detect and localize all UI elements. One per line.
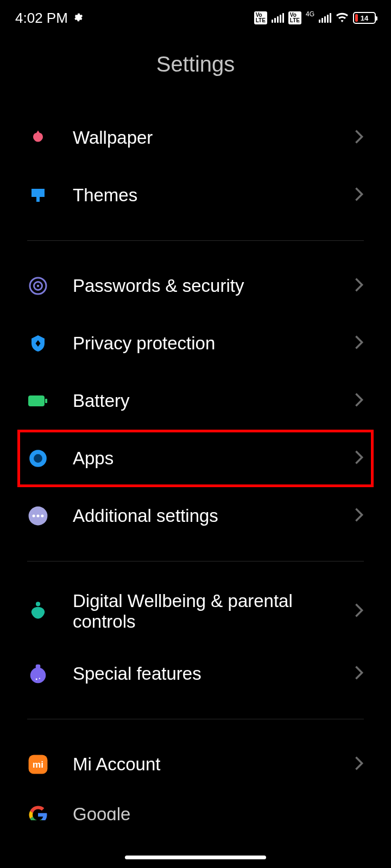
themes-icon <box>27 184 49 206</box>
status-right: VoLTE VoLTE 4G 14 <box>254 10 376 25</box>
item-label: Additional settings <box>73 506 354 526</box>
signal-icon <box>319 13 331 23</box>
settings-list: Wallpaper Themes Passwords & security Pr… <box>0 109 391 820</box>
chevron-right-icon <box>354 756 364 773</box>
settings-item-wellbeing[interactable]: Digital Wellbeing & parental controls <box>0 578 391 645</box>
settings-item-wallpaper[interactable]: Wallpaper <box>0 109 391 167</box>
battery-level: 14 <box>361 14 368 22</box>
apps-icon <box>27 448 49 469</box>
item-label: Themes <box>73 185 354 206</box>
status-left: 4:02 PM <box>15 10 83 27</box>
gear-icon <box>72 10 83 27</box>
item-label: Digital Wellbeing & parental controls <box>73 591 354 632</box>
svg-point-13 <box>39 678 40 679</box>
special-icon <box>27 663 49 685</box>
passwords-icon <box>27 275 49 297</box>
signal-icon <box>272 13 284 23</box>
chevron-right-icon <box>354 129 364 146</box>
privacy-icon <box>27 333 49 354</box>
volte-icon: VoLTE <box>288 11 301 24</box>
divider <box>27 240 364 241</box>
svg-point-2 <box>37 285 40 288</box>
svg-point-6 <box>33 514 35 517</box>
chevron-right-icon <box>354 187 364 204</box>
chevron-right-icon <box>354 277 364 295</box>
settings-item-additional[interactable]: Additional settings <box>0 487 391 545</box>
settings-item-mi-account[interactable]: mi Mi Account <box>0 736 391 793</box>
svg-point-7 <box>36 514 39 517</box>
svg-rect-4 <box>45 399 47 403</box>
wallpaper-icon <box>27 127 49 149</box>
divider <box>27 561 364 561</box>
home-indicator[interactable] <box>125 856 266 859</box>
mi-icon: mi <box>27 754 49 775</box>
additional-icon <box>27 505 49 527</box>
item-label: Special features <box>73 663 354 684</box>
settings-item-passwords[interactable]: Passwords & security <box>0 257 391 315</box>
chevron-right-icon <box>354 335 364 352</box>
svg-rect-3 <box>28 395 45 406</box>
svg-text:mi: mi <box>33 759 43 770</box>
svg-point-12 <box>36 679 37 680</box>
settings-item-battery[interactable]: Battery <box>0 372 391 430</box>
settings-item-privacy[interactable]: Privacy protection <box>0 315 391 372</box>
item-label: Wallpaper <box>73 127 354 148</box>
network-type: 4G <box>306 10 314 18</box>
settings-item-themes[interactable]: Themes <box>0 167 391 224</box>
page-title: Settings <box>0 52 391 76</box>
chevron-right-icon <box>354 603 364 620</box>
settings-item-apps[interactable]: Apps <box>17 430 374 487</box>
chevron-right-icon <box>354 392 364 410</box>
divider <box>27 719 364 719</box>
volte-icon: VoLTE <box>254 11 267 24</box>
chevron-right-icon <box>354 450 364 467</box>
item-label: Mi Account <box>73 754 354 775</box>
chevron-right-icon <box>354 507 364 525</box>
battery-icon <box>27 390 49 412</box>
item-label: Google <box>73 804 364 820</box>
status-time: 4:02 PM <box>15 10 68 27</box>
wifi-icon <box>336 12 349 23</box>
wellbeing-icon <box>27 601 49 622</box>
status-bar: 4:02 PM VoLTE VoLTE 4G 14 <box>0 0 391 33</box>
settings-item-special[interactable]: Special features <box>0 645 391 703</box>
svg-point-10 <box>30 668 46 684</box>
item-label: Battery <box>73 391 354 411</box>
item-label: Passwords & security <box>73 276 354 296</box>
google-icon <box>27 804 49 820</box>
battery-icon: 14 <box>353 12 376 24</box>
item-label: Privacy protection <box>73 333 354 354</box>
chevron-right-icon <box>354 665 364 682</box>
svg-point-8 <box>41 514 43 517</box>
settings-item-google[interactable]: Google <box>0 793 391 820</box>
item-label: Apps <box>73 448 354 469</box>
svg-rect-11 <box>36 665 41 668</box>
svg-point-9 <box>36 602 40 606</box>
